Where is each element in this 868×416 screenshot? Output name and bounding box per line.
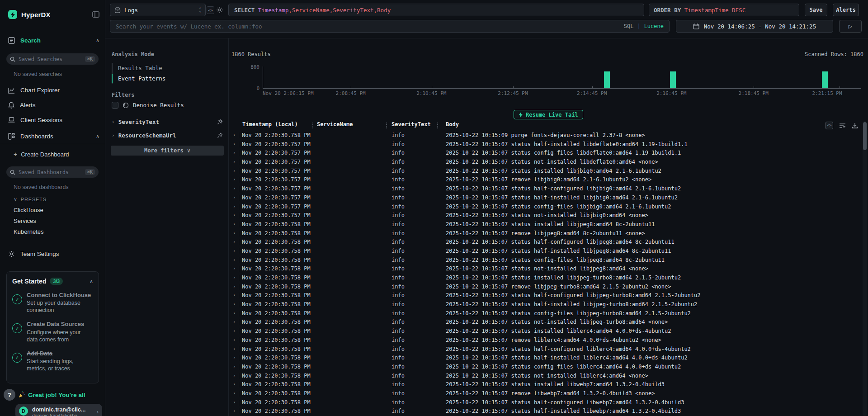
- sidebar-collapse-icon[interactable]: [92, 11, 99, 18]
- table-row[interactable]: › Nov 20 2:20:30.757 PM info 2025-10-22 …: [229, 140, 863, 149]
- source-select[interactable]: Logs ⌃⌃: [110, 4, 206, 16]
- alerts-button[interactable]: Alerts: [833, 4, 859, 16]
- table-row[interactable]: › Nov 20 2:20:30.758 PM info 2025-10-22 …: [229, 363, 863, 372]
- expand-row-icon[interactable]: ›: [233, 176, 236, 182]
- expand-row-icon[interactable]: ›: [233, 310, 236, 316]
- expand-row-icon[interactable]: ›: [233, 185, 236, 191]
- table-row[interactable]: › Nov 20 2:20:30.758 PM info 2025-10-22 …: [229, 300, 863, 309]
- table-row[interactable]: › Nov 20 2:20:30.758 PM info 2025-10-22 …: [229, 327, 863, 336]
- expand-row-icon[interactable]: ›: [233, 319, 236, 325]
- expand-row-icon[interactable]: ›: [233, 221, 236, 227]
- time-range-picker[interactable]: Nov 20 14:06:25 - Nov 20 14:21:25: [676, 20, 833, 33]
- mode-lucene-toggle[interactable]: Lucene: [644, 23, 664, 29]
- search-bar[interactable]: SQL | Lucene: [110, 20, 670, 33]
- expand-row-icon[interactable]: ›: [233, 159, 236, 165]
- expand-row-icon[interactable]: ›: [233, 301, 236, 307]
- expand-row-icon[interactable]: ›: [233, 150, 236, 156]
- table-row[interactable]: › Nov 20 2:20:30.758 PM info 2025-10-22 …: [229, 336, 863, 345]
- presets-section[interactable]: ∨ PRESETS: [14, 196, 47, 202]
- preset-item-clickhouse[interactable]: ClickHouse: [14, 207, 43, 213]
- chevron-up-icon[interactable]: ∧: [90, 279, 93, 284]
- expand-row-icon[interactable]: ›: [233, 292, 236, 298]
- help-button[interactable]: ?: [4, 389, 15, 401]
- table-row[interactable]: › Nov 20 2:20:30.758 PM info 2025-10-22 …: [229, 265, 863, 274]
- expand-row-icon[interactable]: ›: [233, 168, 236, 174]
- histogram-bar[interactable]: [822, 71, 828, 88]
- table-row[interactable]: › Nov 20 2:20:30.757 PM info 2025-10-22 …: [229, 167, 863, 176]
- get-started-item[interactable]: ✓ Connect to ClickHouse Set up your data…: [12, 292, 93, 314]
- source-settings-gear-icon[interactable]: [216, 6, 223, 14]
- analysis-mode-option[interactable]: Results Table: [113, 63, 165, 73]
- table-row[interactable]: › Nov 20 2:20:30.758 PM info 2025-10-22 …: [229, 283, 863, 292]
- table-row[interactable]: › Nov 20 2:20:30.758 PM info 2025-10-22 …: [229, 229, 863, 238]
- save-button[interactable]: Save: [805, 4, 827, 16]
- expand-row-icon[interactable]: ›: [233, 284, 236, 289]
- edit-source-code-button[interactable]: <>: [207, 6, 214, 14]
- saved-dashboards-input[interactable]: ⌘K: [6, 166, 99, 178]
- table-row[interactable]: › Nov 20 2:20:30.757 PM info 2025-10-22 …: [229, 149, 863, 158]
- chevron-up-icon[interactable]: ∧: [96, 38, 99, 43]
- sidebar-item-chart-explorer[interactable]: Chart Explorer: [8, 85, 99, 95]
- expand-row-icon[interactable]: ›: [233, 141, 236, 147]
- expand-row-icon[interactable]: ›: [233, 390, 236, 396]
- expand-row-icon[interactable]: ›: [233, 194, 236, 200]
- user-menu[interactable]: D dominic.tran@clic... dominic.tran@clic…: [15, 404, 102, 416]
- histogram-bar[interactable]: [604, 71, 610, 88]
- expand-row-icon[interactable]: ›: [233, 257, 236, 263]
- expand-row-icon[interactable]: ›: [233, 364, 236, 369]
- table-row[interactable]: › Nov 20 2:20:30.758 PM info 2025-10-22 …: [229, 354, 863, 363]
- table-row[interactable]: › Nov 20 2:20:30.758 PM info 2025-10-22 …: [229, 220, 863, 229]
- column-resize-handle[interactable]: [386, 123, 387, 128]
- more-filters-button[interactable]: More filters ∨: [111, 146, 224, 156]
- preset-item-services[interactable]: Services: [14, 217, 36, 224]
- sidebar-item-team-settings[interactable]: Team Settings: [8, 249, 99, 259]
- expand-row-icon[interactable]: ›: [233, 265, 236, 271]
- run-query-button[interactable]: ▷: [839, 20, 862, 33]
- select-columns-input[interactable]: SELECT Timestamp,ServiceName,SeverityTex…: [228, 4, 644, 16]
- expand-row-icon[interactable]: ›: [233, 328, 236, 334]
- table-row[interactable]: › Nov 20 2:20:30.758 PM info 2025-10-22 …: [229, 291, 863, 300]
- table-row[interactable]: › Nov 20 2:20:30.758 PM info 2025-10-22 …: [229, 309, 863, 318]
- analysis-mode-option[interactable]: Event Patterns: [113, 73, 165, 84]
- resume-live-tail-button[interactable]: Resume Live Tail: [514, 110, 583, 119]
- filter-group-severitytext[interactable]: › SeverityText: [112, 118, 223, 125]
- table-row[interactable]: › Nov 20 2:20:30.757 PM info 2025-10-22 …: [229, 184, 863, 194]
- sidebar-item-search[interactable]: Search ∧: [8, 35, 99, 45]
- expand-row-icon[interactable]: ›: [233, 230, 236, 236]
- expand-row-icon[interactable]: ›: [233, 408, 236, 414]
- filter-group-resourceschemaurl[interactable]: › ResourceSchemaUrl: [112, 132, 223, 139]
- pin-icon[interactable]: [217, 132, 223, 138]
- chevron-up-icon[interactable]: ∧: [96, 133, 99, 139]
- mode-sql-toggle[interactable]: SQL: [624, 23, 634, 29]
- get-started-item[interactable]: ✓ Create Data Sources Configure where yo…: [12, 321, 93, 343]
- table-row[interactable]: › Nov 20 2:20:30.758 PM info 2025-10-22 …: [229, 238, 863, 247]
- saved-searches-input[interactable]: ⌘K: [6, 53, 99, 65]
- create-dashboard-button[interactable]: + Create Dashboard: [14, 149, 99, 159]
- expand-row-icon[interactable]: ›: [233, 381, 236, 387]
- sidebar-item-alerts[interactable]: Alerts: [8, 100, 99, 110]
- table-row[interactable]: › Nov 20 2:20:30.758 PM info 2025-10-22 …: [229, 318, 863, 327]
- expand-row-icon[interactable]: ›: [233, 203, 236, 209]
- order-by-input[interactable]: ORDER BY TimestampTime DESC: [649, 4, 799, 16]
- expand-row-icon[interactable]: ›: [233, 399, 236, 405]
- denoise-checkbox[interactable]: [112, 102, 118, 109]
- table-row[interactable]: › Nov 20 2:20:30.757 PM info 2025-10-22 …: [229, 158, 863, 167]
- expand-row-icon[interactable]: ›: [233, 355, 236, 360]
- table-row[interactable]: › Nov 20 2:20:30.757 PM info 2025-10-22 …: [229, 194, 863, 203]
- table-row[interactable]: › Nov 20 2:20:30.757 PM info 2025-10-22 …: [229, 203, 863, 212]
- column-resize-handle[interactable]: [437, 123, 438, 128]
- table-row[interactable]: › Nov 20 2:20:30.758 PM info 2025-10-22 …: [229, 274, 863, 283]
- expand-row-icon[interactable]: ›: [233, 373, 236, 378]
- expand-row-icon[interactable]: ›: [233, 212, 236, 218]
- table-row[interactable]: › Nov 20 2:20:30.758 PM info 2025-10-22 …: [229, 398, 863, 407]
- denoise-results-toggle[interactable]: Denoise Results: [112, 102, 184, 109]
- col-header-body[interactable]: Body: [446, 121, 459, 128]
- table-row[interactable]: › Nov 20 2:20:30.758 PM info 2025-10-22 …: [229, 131, 863, 140]
- table-row[interactable]: › Nov 20 2:20:30.758 PM info 2025-10-22 …: [229, 256, 863, 265]
- table-row[interactable]: › Nov 20 2:20:30.758 PM info 2025-10-22 …: [229, 345, 863, 354]
- table-row[interactable]: › Nov 20 2:20:30.758 PM info 2025-10-22 …: [229, 389, 863, 398]
- table-row[interactable]: › Nov 20 2:20:30.758 PM info 2025-10-22 …: [229, 407, 863, 416]
- table-row[interactable]: › Nov 20 2:20:30.757 PM info 2025-10-22 …: [229, 211, 863, 220]
- expand-row-icon[interactable]: ›: [233, 248, 236, 254]
- col-header-timestamp[interactable]: Timestamp (Local): [242, 121, 298, 128]
